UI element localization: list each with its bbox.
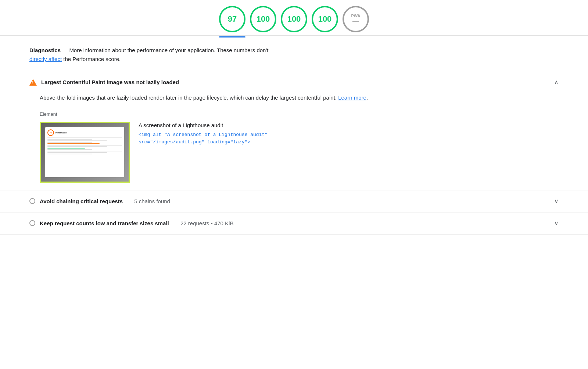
warning-icon [29, 79, 37, 86]
score-seo[interactable]: 100 [312, 6, 338, 32]
element-info: A screenshot of a Lighthouse audit <img … [139, 122, 559, 147]
audit-critical-header[interactable]: Avoid chaining critical requests — 5 cha… [29, 198, 559, 205]
score-best-practices[interactable]: 100 [281, 6, 307, 32]
audit-request-header[interactable]: Keep request counts low and transfer siz… [29, 220, 559, 227]
audit-lcp-lazy-loaded: Largest Contentful Paint image was not l… [0, 71, 588, 190]
element-code-line1: <img alt="A screenshot of a Lighthouse a… [139, 131, 559, 139]
thumbnail-inner: 73 Performance [41, 123, 129, 182]
neutral-icon-request [29, 220, 35, 226]
audit-request-subtitle: — 22 requests • 470 KiB [173, 220, 234, 226]
audit-lcp-description: Above-the-fold images that are lazily lo… [40, 93, 559, 103]
audit-critical-title: Avoid chaining critical requests [40, 198, 123, 204]
audit-lcp-title: Largest Contentful Paint image was not l… [41, 79, 179, 85]
chevron-up-icon[interactable]: ∧ [554, 79, 559, 86]
audit-lcp-header-left: Largest Contentful Paint image was not l… [29, 79, 179, 86]
audit-lcp-content: Above-the-fold images that are lazily lo… [29, 86, 559, 183]
audit-request-counts: Keep request counts low and transfer siz… [0, 212, 588, 234]
diagnostics-header: Diagnostics — More information about the… [0, 36, 588, 71]
fake-report: 73 Performance [45, 127, 124, 177]
audit-critical-subtitle: — 5 chains found [127, 198, 170, 204]
audit-lcp-header[interactable]: Largest Contentful Paint image was not l… [29, 79, 559, 86]
audit-element-row: 73 Performance [40, 122, 559, 183]
score-performance[interactable]: 97 [219, 6, 245, 32]
scores-row: 97 100 100 100 PWA — [0, 0, 588, 32]
score-accessibility[interactable]: 100 [250, 6, 276, 32]
audit-critical-left: Avoid chaining critical requests — 5 cha… [29, 198, 170, 204]
audit-critical-requests: Avoid chaining critical requests — 5 cha… [0, 190, 588, 212]
audit-request-title: Keep request counts low and transfer siz… [40, 220, 169, 226]
neutral-icon-critical [29, 198, 35, 204]
element-code-line2: src="/images/audit.png" loading="lazy"> [139, 139, 559, 146]
directly-affect-link[interactable]: directly affect [29, 56, 62, 62]
element-code: <img alt="A screenshot of a Lighthouse a… [139, 131, 559, 147]
score-pwa[interactable]: PWA — [343, 6, 369, 32]
diagnostics-description: Diagnostics — More information about the… [29, 46, 559, 64]
element-label: Element [40, 111, 559, 117]
audit-thumbnail: 73 Performance [40, 122, 130, 183]
learn-more-link[interactable]: Learn more [338, 94, 366, 101]
scores-section: 97 100 100 100 PWA — [0, 0, 588, 36]
element-title: A screenshot of a Lighthouse audit [139, 122, 559, 128]
chevron-down-icon-critical[interactable]: ∨ [554, 198, 559, 205]
chevron-down-icon-request[interactable]: ∨ [554, 220, 559, 227]
audit-request-left: Keep request counts low and transfer siz… [29, 220, 233, 226]
